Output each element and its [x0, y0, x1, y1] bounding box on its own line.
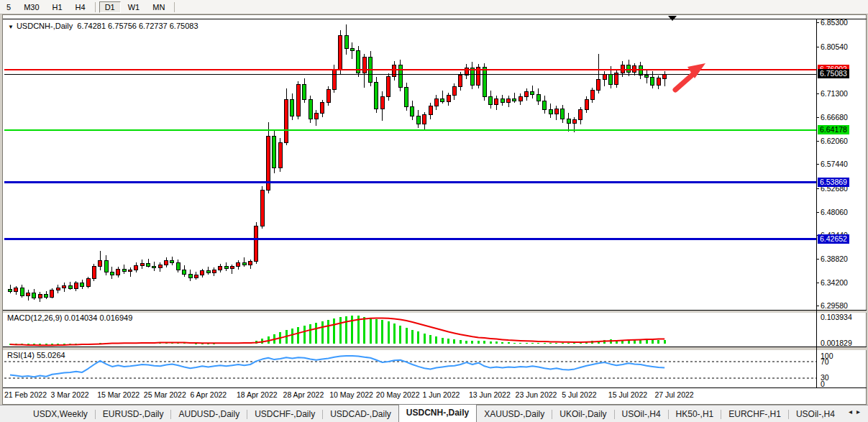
symbol-tab-bar: USDX,WeeklyEURUSD-,DailyAUDUSD-,DailyUSD…: [0, 405, 868, 422]
date-tick-label: 6 Apr 2022: [190, 390, 227, 399]
price-tick-mark: [816, 212, 819, 213]
tab-scroll-right-icon[interactable]: ▸: [856, 408, 864, 416]
date-tick-label: 28 Apr 2022: [283, 390, 324, 399]
chart-ohlc-values: 6.74281 6.75756 6.72737 6.75083: [77, 22, 198, 30]
rsi-panel-canvas[interactable]: [4, 349, 816, 387]
rsi-indicator-label: RSI(14) 55.0264: [7, 351, 65, 359]
trading-terminal: 5M30H1H4D1W1MN ▼USDCNH-,Daily 6.74281 6.…: [0, 0, 868, 422]
price-tick-label: 6.34200: [821, 278, 848, 287]
tab-usdchf-daily[interactable]: USDCHF-,Daily: [247, 406, 322, 422]
timeframe-toolbar: 5M30H1H4D1W1MN: [0, 0, 868, 14]
macd-signal-line: [10, 318, 664, 345]
date-tick-label: 13 Jun 2022: [469, 390, 511, 399]
price-tick-label: 6.71300: [821, 89, 848, 98]
tab-audusd-daily[interactable]: AUDUSD-,Daily: [171, 406, 247, 422]
tab-xauusd-daily[interactable]: XAUUSD-,Daily: [477, 406, 552, 422]
tab-usoil-h4[interactable]: USOil-,H4: [789, 406, 842, 422]
tab-eurusd-daily[interactable]: EURUSD-,Daily: [96, 406, 171, 422]
timeframe-button-d1[interactable]: D1: [99, 1, 121, 13]
date-tick-label: 18 Apr 2022: [237, 390, 278, 399]
price-tick-mark: [816, 141, 819, 142]
timeframe-button-5[interactable]: 5: [1, 1, 17, 13]
price-tick-label: 6.57440: [821, 160, 848, 168]
price-tick-label: 6.80540: [821, 42, 848, 51]
price-level-badge: 6.64178: [818, 125, 849, 134]
tab-usoil-h4[interactable]: USOil-,H4: [615, 406, 668, 422]
rsi-axis-label: 0: [821, 380, 825, 388]
chart-symbol-label: USDCNH-,Daily: [17, 22, 73, 30]
price-tick-mark: [816, 47, 819, 47]
date-tick-label: 25 Mar 2022: [144, 390, 186, 399]
date-tick-label: 1 Jun 2022: [422, 390, 460, 399]
candles: [9, 24, 667, 302]
price-tick-mark: [816, 259, 819, 260]
tab-usdcad-daily[interactable]: USDCAD-,Daily: [323, 406, 398, 422]
macd-axis-max-label: 0.103934: [821, 313, 852, 321]
price-tick-label: 6.29580: [821, 301, 848, 310]
date-tick-label: 15 Jul 2022: [608, 390, 647, 399]
tab-usdx-weekly[interactable]: USDX,Weekly: [26, 406, 95, 422]
price-tick-mark: [816, 22, 819, 23]
price-tick-mark: [816, 164, 819, 165]
price-tick-mark: [816, 93, 819, 94]
date-tick-label: 15 Mar 2022: [97, 390, 140, 399]
toolbar-separator: [95, 2, 96, 12]
chart-dropdown-icon[interactable]: ▼: [8, 24, 14, 30]
tab-hk50-h1[interactable]: HK50-,H1: [669, 406, 721, 422]
tab-usdcnh-daily[interactable]: USDCNH-,Daily: [398, 404, 477, 422]
price-tick-label: 6.48060: [821, 208, 848, 216]
tab-scroll-arrows: ◂▸: [849, 408, 864, 416]
date-tick-label: 10 May 2022: [329, 390, 373, 399]
toolbar-separator: [174, 2, 175, 12]
price-tick-mark: [816, 117, 819, 118]
tab-ukoil-daily[interactable]: UKOil-,Daily: [552, 406, 613, 422]
timeframe-button-h4[interactable]: H4: [70, 1, 91, 13]
price-chart-canvas[interactable]: [4, 19, 816, 311]
date-tick-label: 23 Jun 2022: [516, 390, 557, 399]
price-tick-mark: [816, 306, 819, 306]
chart-title: ▼USDCNH-,Daily 6.74281 6.75756 6.72737 6…: [8, 22, 198, 30]
price-level-badge: 6.42652: [818, 234, 849, 244]
price-tick-mark: [816, 188, 819, 189]
price-level-badge: 6.53869: [818, 178, 849, 187]
trend-arrow-annotation[interactable]: [675, 63, 705, 90]
price-tick-label: 6.38820: [821, 254, 848, 263]
timeframe-button-w1[interactable]: W1: [122, 1, 146, 13]
date-axis-line: [3, 387, 867, 388]
price-tick-mark: [816, 283, 819, 283]
rsi-line: [10, 356, 664, 377]
timeframe-button-m30[interactable]: M30: [18, 1, 45, 13]
date-tick-label: 20 May 2022: [376, 390, 420, 399]
chart-window: ▼USDCNH-,Daily 6.74281 6.75756 6.72737 6…: [2, 14, 867, 405]
timeframe-button-mn[interactable]: MN: [147, 1, 170, 13]
price-tick-label: 6.85300: [821, 18, 848, 27]
macd-indicator-label: MACD(12,26,9) 0.014034 0.016949: [7, 313, 132, 322]
date-tick-label: 5 Jul 2022: [562, 390, 596, 399]
price-tick-label: 6.62060: [821, 137, 848, 145]
price-tick-label: 6.66680: [821, 113, 848, 121]
tab-scroll-left-icon[interactable]: ◂: [849, 408, 856, 416]
price-axis-divider: [816, 19, 817, 387]
level-lines[interactable]: [4, 70, 816, 239]
rsi-axis-label: 70: [821, 357, 829, 366]
date-tick-label: 27 Jul 2022: [654, 390, 693, 399]
date-tick-label: 21 Feb 2022: [4, 390, 47, 399]
date-tick-label: 3 Mar 2022: [51, 390, 89, 399]
symbol-tabs: USDX,WeeklyEURUSD-,DailyAUDUSD-,DailyUSD…: [0, 405, 842, 422]
timeframe-button-h1[interactable]: H1: [47, 1, 68, 13]
price-level-badge: 6.75083: [818, 69, 849, 78]
tab-eurchf-h1[interactable]: EURCHF-,H1: [721, 406, 788, 422]
